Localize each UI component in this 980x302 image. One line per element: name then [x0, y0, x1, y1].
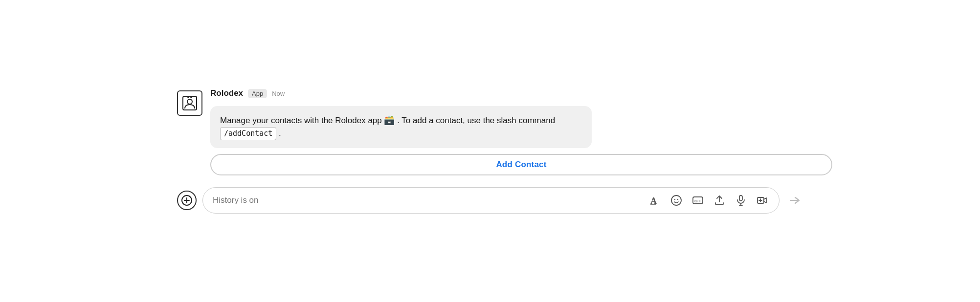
svg-rect-2 [187, 96, 189, 98]
video-add-icon[interactable] [756, 194, 769, 207]
message-text-end: . [279, 129, 281, 138]
message-block: Rolodex App Now Manage your contacts wit… [148, 88, 832, 175]
emoji-icon[interactable] [669, 194, 683, 207]
message-input[interactable] [213, 195, 641, 205]
message-input-wrapper[interactable]: A GIF [202, 187, 780, 214]
message-text-part1: Manage your contacts with the Rolodex ap… [220, 116, 384, 125]
message-header: Rolodex App Now [210, 88, 832, 98]
svg-point-11 [677, 199, 678, 200]
sender-name: Rolodex [210, 88, 243, 98]
app-badge: App [248, 89, 267, 98]
gif-icon[interactable]: GIF [691, 194, 705, 207]
add-contact-button[interactable]: Add Contact [210, 154, 832, 175]
svg-text:A: A [650, 196, 657, 206]
add-action-button[interactable] [177, 191, 197, 210]
svg-rect-14 [739, 195, 742, 201]
text-format-icon[interactable]: A [648, 194, 662, 207]
message-text-part2: . To add a contact, use the slash comman… [397, 116, 555, 125]
avatar [177, 90, 202, 116]
timestamp: Now [272, 90, 285, 97]
message-bubble: Manage your contacts with the Rolodex ap… [210, 106, 592, 148]
svg-point-9 [671, 195, 681, 205]
svg-point-1 [187, 99, 192, 104]
send-button[interactable] [785, 192, 803, 209]
rolodex-emoji: 🗃️ [384, 115, 395, 125]
mic-icon[interactable] [734, 194, 748, 207]
message-content: Rolodex App Now Manage your contacts wit… [210, 88, 832, 175]
svg-text:GIF: GIF [694, 199, 701, 203]
input-area: A GIF [148, 187, 832, 214]
svg-point-10 [674, 199, 675, 200]
slash-command: /addContact [220, 127, 276, 140]
toolbar-icons: A GIF [648, 194, 769, 207]
upload-icon[interactable] [713, 194, 726, 207]
svg-rect-3 [190, 96, 192, 98]
